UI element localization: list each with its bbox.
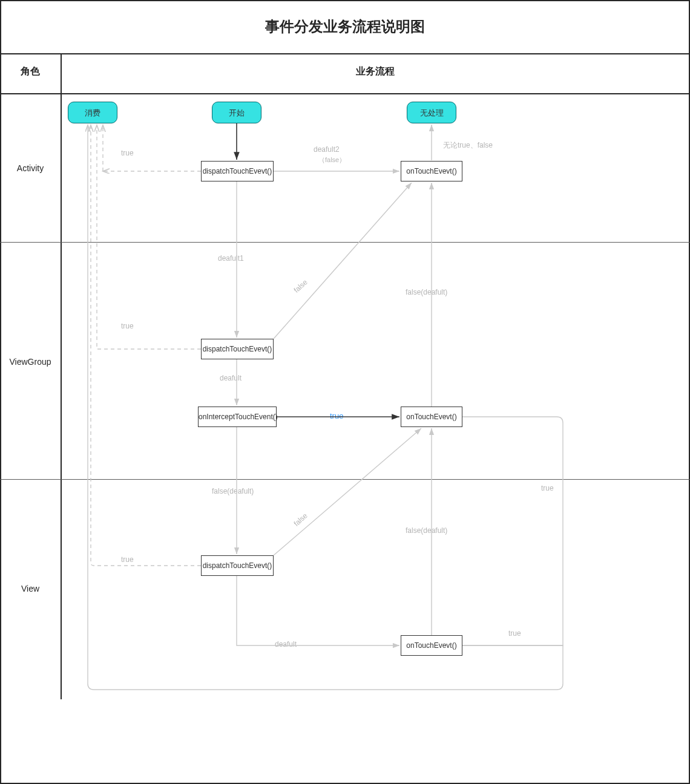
edge-label: false(deafult) — [212, 487, 254, 495]
edge-label: deafult — [220, 374, 242, 382]
node-start: 开始 — [212, 102, 261, 123]
divider — [0, 53, 690, 54]
edge-label: false(deafult) — [406, 288, 447, 296]
node-vg-dispatch: dispatchTouchEvevt() — [201, 339, 274, 359]
lane-activity: Activity — [0, 163, 61, 173]
edge-label: 无论true、false — [443, 140, 493, 151]
node-view-ontouch: onTouchEvevt() — [401, 635, 462, 656]
edge-label: deafult1 — [218, 254, 244, 263]
edge-label: false(deafult) — [406, 526, 447, 535]
edge-label: deafult2 — [314, 145, 340, 154]
edge-label: true — [508, 629, 521, 638]
header-flow: 业务流程 — [61, 65, 690, 78]
edge-label: （false） — [318, 155, 346, 165]
node-activity-ontouch: onTouchEvevt() — [401, 161, 462, 181]
lane-view: View — [0, 584, 61, 593]
node-nohandle: 无处理 — [407, 102, 456, 123]
edge-label: true — [121, 555, 134, 564]
edge-label: true — [330, 411, 343, 420]
node-view-dispatch: dispatchTouchEvevt() — [201, 555, 274, 576]
lane-divider — [0, 242, 690, 243]
divider — [0, 93, 690, 94]
header-role: 角色 — [0, 65, 61, 78]
lane-viewgroup: ViewGroup — [0, 357, 61, 367]
node-activity-dispatch: dispatchTouchEvevt() — [201, 161, 274, 181]
node-vg-ontouch: onTouchEvevt() — [401, 407, 462, 427]
diagram-title: 事件分发业务流程说明图 — [0, 0, 690, 53]
lane-divider — [0, 479, 690, 480]
edge-label: deafult — [275, 640, 297, 648]
node-consume: 消费 — [68, 102, 117, 123]
edge-label: true — [121, 322, 134, 330]
divider — [61, 53, 62, 699]
edge-label: true — [541, 484, 554, 492]
edge-label: true — [121, 149, 134, 157]
node-vg-intercept: onInterceptTouchEvent() — [198, 407, 277, 427]
